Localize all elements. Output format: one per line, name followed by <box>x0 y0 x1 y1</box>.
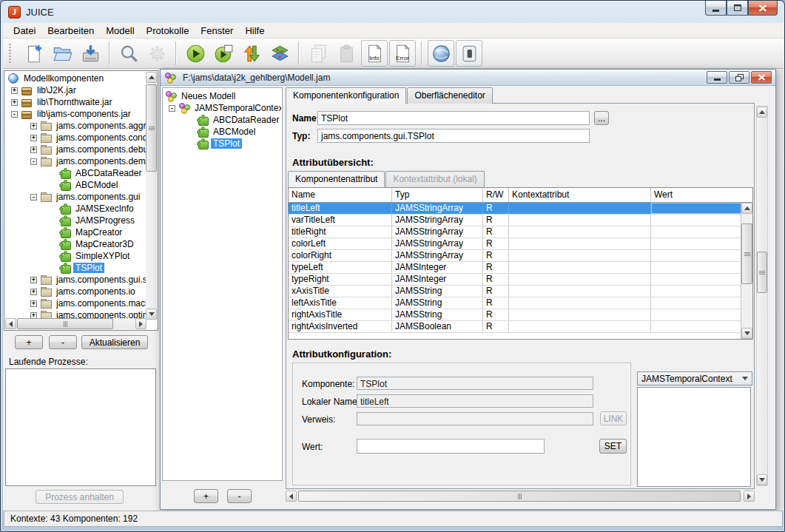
tree-item-jams-components-aggre[interactable]: +jams.components.aggre <box>5 120 146 132</box>
tree-item-lib-jams-components-jar[interactable]: -lib\jams-components.jar <box>5 108 146 120</box>
tree-item-jams-components-debug[interactable]: +jams.components.debug <box>5 144 146 155</box>
tree-item-tsplot[interactable]: TSPlot <box>5 262 146 274</box>
name-field[interactable]: TSPlot <box>317 111 590 125</box>
column-header-wert[interactable]: Wert <box>651 188 742 202</box>
map-button[interactable] <box>266 40 293 67</box>
menu-protokolle[interactable]: Protokolle <box>141 24 195 38</box>
type-field[interactable]: jams.components.gui.TSPlot <box>317 129 590 143</box>
column-header-name[interactable]: Name <box>289 188 392 202</box>
table-row-xaxistitle[interactable]: xAxisTitleJAMSStringR <box>289 286 752 297</box>
collapse-toggle-icon[interactable]: - <box>169 105 175 112</box>
collapse-toggle-icon[interactable]: - <box>30 158 37 165</box>
panel-horizontal-scrollbar[interactable] <box>286 491 755 502</box>
open-model-button[interactable] <box>49 40 75 67</box>
menu-fenster[interactable]: Fenster <box>195 24 239 38</box>
tree-item-jams-components-demo[interactable]: -jams.components.demo. <box>5 155 146 167</box>
tab-oberflaecheneditor[interactable]: Oberflächeneditor <box>407 87 492 104</box>
expand-toggle-icon[interactable]: + <box>30 135 37 141</box>
browser-button[interactable] <box>428 40 454 67</box>
expand-toggle-icon[interactable]: + <box>30 289 37 295</box>
scroll-up-button[interactable] <box>741 203 752 214</box>
model-remove-button[interactable]: - <box>227 489 252 503</box>
tree-item-jamsexecinfo[interactable]: JAMSExecInfo <box>5 203 146 215</box>
table-row-colorright[interactable]: colorRightJAMSStringArrayR <box>289 250 752 262</box>
expand-toggle-icon[interactable]: + <box>30 147 37 153</box>
component-tree-vertical-scrollbar[interactable] <box>146 72 157 320</box>
minimize-button[interactable] <box>705 1 727 16</box>
doc-minimize-button[interactable] <box>707 71 727 84</box>
expand-toggle-icon[interactable]: + <box>30 312 37 319</box>
tree-item-jams-components-machin[interactable]: +jams.components.machin <box>5 297 146 309</box>
running-processes-list[interactable] <box>5 368 156 486</box>
set-button[interactable]: SET <box>599 439 627 454</box>
scroll-left-button[interactable] <box>286 491 297 502</box>
scroll-right-button[interactable] <box>744 491 755 502</box>
device-button[interactable] <box>456 40 482 67</box>
tab-kontextattribut-lokal[interactable]: Kontextattribut (lokal) <box>385 171 484 187</box>
expand-toggle-icon[interactable]: + <box>30 277 37 283</box>
tree-item-jams-components-optimi[interactable]: +jams.components.optimi <box>5 309 146 318</box>
expand-toggle-icon[interactable]: + <box>11 99 18 106</box>
table-row-rightaxistitle[interactable]: rightAxisTitleJAMSStringR <box>289 309 752 321</box>
tree-item-lib-j2k-jar[interactable]: +lib\J2K.jar <box>5 84 146 96</box>
tab-komponentenattribut[interactable]: Komponentenattribut <box>288 171 385 187</box>
panel-vertical-scrollbar[interactable] <box>756 106 768 486</box>
scroll-up-button[interactable] <box>757 107 767 118</box>
menu-datei[interactable]: Datei <box>7 24 41 38</box>
context-attribute-list[interactable] <box>637 387 751 487</box>
refresh-button[interactable]: Aktualisieren <box>81 335 148 349</box>
remove-library-button[interactable]: - <box>49 335 77 349</box>
model-add-button[interactable]: + <box>194 489 218 503</box>
scroll-thumb[interactable] <box>146 84 157 172</box>
toolbar-grip[interactable] <box>9 44 11 63</box>
tab-komponentenkonfiguration[interactable]: Komponentenkonfiguration <box>286 87 406 104</box>
table-row-leftaxistitle[interactable]: leftAxisTitleJAMSStringR <box>289 297 752 309</box>
tree-item-jamsprogress[interactable]: JAMSProgress <box>5 215 146 226</box>
tree-item-mapcreator[interactable]: MapCreator <box>5 226 146 238</box>
table-vertical-scrollbar[interactable] <box>741 203 752 339</box>
tree-item-tsplot[interactable]: TSPlot <box>164 138 281 149</box>
copy-button[interactable] <box>305 40 331 67</box>
component-tree-horizontal-scrollbar[interactable] <box>5 318 146 329</box>
run-model-gui-button[interactable] <box>210 40 237 67</box>
tree-item-simplexyplot[interactable]: SimpleXYPlot <box>5 250 146 262</box>
table-row-typeright[interactable]: typeRightJAMSIntegerR <box>289 274 752 286</box>
tree-item-jamstemporalcontext[interactable]: -JAMSTemporalContext <box>164 102 281 114</box>
tree-item-abcmodel[interactable]: ABCModel <box>164 126 281 138</box>
scroll-down-button[interactable] <box>757 474 767 485</box>
table-row-rightaxisinverted[interactable]: rightAxisInvertedJAMSBooleanR <box>289 321 752 333</box>
stop-process-button[interactable]: Prozess anhalten <box>36 490 124 504</box>
menu-bearbeiten[interactable]: Bearbeiten <box>41 24 100 38</box>
info-log-button[interactable]: Info <box>361 40 388 67</box>
table-row-titleright[interactable]: titleRightJAMSStringArrayR <box>289 226 752 238</box>
error-log-button[interactable]: Error <box>389 40 416 67</box>
table-row-colorleft[interactable]: colorLeftJAMSStringArrayR <box>289 238 752 250</box>
settings-button[interactable] <box>144 40 170 67</box>
tree-item-jams-components-gui-sp[interactable]: +jams.components.gui.sp <box>5 274 146 286</box>
scroll-thumb[interactable] <box>757 252 767 293</box>
collapse-toggle-icon[interactable]: - <box>30 194 37 201</box>
scroll-thumb[interactable] <box>298 491 741 502</box>
run-model-button[interactable] <box>182 40 209 67</box>
scroll-up-button[interactable] <box>146 72 157 83</box>
maximize-button[interactable] <box>727 1 748 16</box>
scroll-thumb[interactable] <box>741 223 752 284</box>
save-model-button[interactable] <box>77 40 104 67</box>
tree-item-jams-components-condit[interactable]: +jams.components.condit <box>5 132 146 144</box>
doc-close-button[interactable] <box>751 71 772 84</box>
table-row-typeleft[interactable]: typeLeftJAMSIntegerR <box>289 262 752 274</box>
doc-restore-button[interactable] <box>729 71 749 84</box>
search-button[interactable] <box>115 40 142 67</box>
scroll-left-button[interactable] <box>5 318 16 329</box>
expand-toggle-icon[interactable]: + <box>30 300 37 307</box>
tree-item-jams-components-io[interactable]: +jams.components.io <box>5 286 146 297</box>
scroll-right-button[interactable] <box>135 318 146 329</box>
context-dropdown[interactable]: JAMSTemporalContext <box>637 371 752 385</box>
tree-item-jams-components-gui[interactable]: -jams.components.gui <box>5 191 146 203</box>
scroll-thumb[interactable] <box>17 318 113 329</box>
tree-item-modellkomponenten[interactable]: Modellkomponenten <box>5 73 146 84</box>
paste-button[interactable] <box>333 40 360 67</box>
menu-modell[interactable]: Modell <box>100 24 140 38</box>
value-field[interactable] <box>357 439 545 454</box>
column-header-typ[interactable]: Typ <box>392 188 483 202</box>
